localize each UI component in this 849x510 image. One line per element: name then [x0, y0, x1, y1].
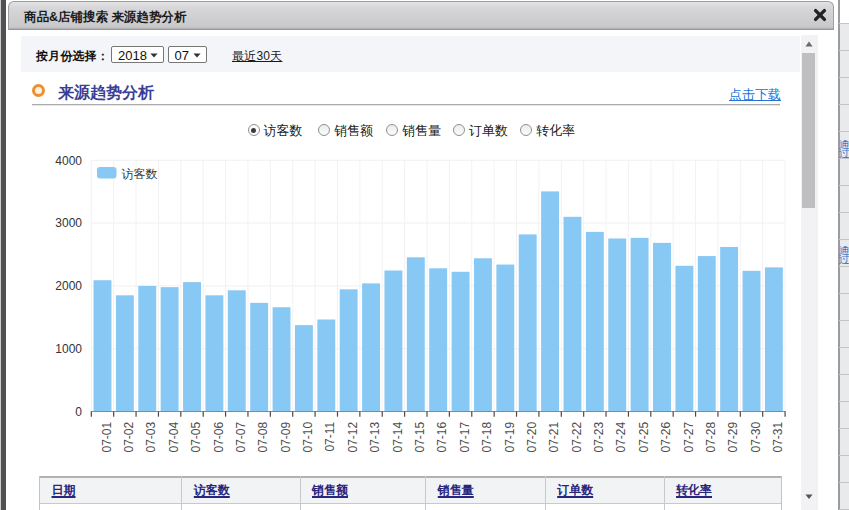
- svg-text:07-05: 07-05: [189, 421, 203, 452]
- svg-text:07-13: 07-13: [368, 421, 382, 452]
- svg-text:07-24: 07-24: [614, 421, 628, 452]
- svg-text:07-29: 07-29: [726, 421, 740, 452]
- svg-text:07-03: 07-03: [144, 421, 158, 452]
- svg-text:07-27: 07-27: [682, 421, 696, 452]
- svg-text:07-17: 07-17: [458, 421, 472, 452]
- svg-text:07-08: 07-08: [256, 421, 270, 452]
- svg-text:07-02: 07-02: [122, 421, 136, 452]
- svg-text:07-19: 07-19: [503, 421, 517, 452]
- svg-text:07-14: 07-14: [391, 421, 405, 452]
- svg-text:07-25: 07-25: [637, 421, 651, 452]
- svg-text:07-20: 07-20: [525, 421, 539, 452]
- svg-text:1000: 1000: [55, 342, 82, 356]
- svg-text:07-16: 07-16: [435, 421, 449, 452]
- svg-text:07-10: 07-10: [301, 421, 315, 452]
- svg-text:07-06: 07-06: [212, 421, 226, 452]
- svg-text:07-31: 07-31: [771, 421, 785, 452]
- svg-text:访客数: 访客数: [122, 167, 158, 181]
- svg-text:2000: 2000: [55, 279, 82, 293]
- svg-text:3000: 3000: [55, 216, 82, 230]
- svg-text:07-28: 07-28: [704, 421, 718, 452]
- svg-text:07-26: 07-26: [659, 421, 673, 452]
- svg-text:0: 0: [75, 405, 82, 419]
- svg-text:07-30: 07-30: [749, 421, 763, 452]
- svg-text:07-23: 07-23: [592, 421, 606, 452]
- svg-text:07-11: 07-11: [323, 421, 337, 451]
- svg-text:07-15: 07-15: [413, 421, 427, 452]
- svg-text:07-12: 07-12: [346, 421, 360, 452]
- svg-text:07-09: 07-09: [279, 421, 293, 452]
- svg-text:07-22: 07-22: [570, 421, 584, 452]
- svg-text:07-04: 07-04: [167, 421, 181, 452]
- svg-text:07-18: 07-18: [480, 421, 494, 452]
- svg-text:4000: 4000: [55, 154, 82, 168]
- svg-text:07-07: 07-07: [234, 421, 248, 452]
- svg-text:07-01: 07-01: [100, 421, 114, 452]
- svg-text:07-21: 07-21: [547, 421, 561, 452]
